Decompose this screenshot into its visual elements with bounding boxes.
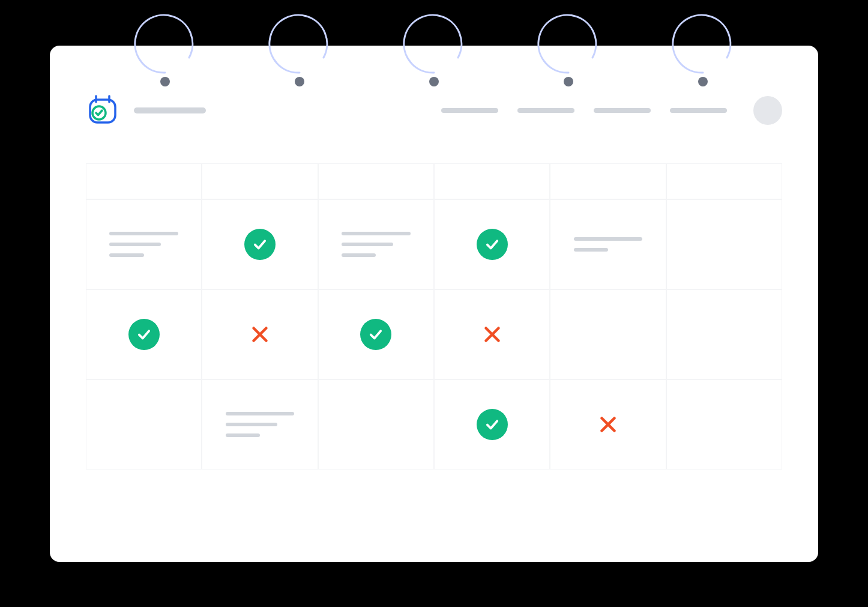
grid-cell[interactable] — [434, 199, 550, 289]
nav-item-3[interactable] — [594, 108, 651, 113]
text-line-placeholder — [226, 433, 260, 437]
check-circle-icon — [360, 319, 391, 350]
nav-item-2[interactable] — [517, 108, 574, 113]
grid-cell[interactable] — [318, 379, 434, 470]
grid-cell[interactable] — [666, 289, 782, 379]
x-mark-icon — [597, 414, 619, 435]
grid-header-row — [86, 163, 782, 199]
text-line-placeholder — [226, 412, 295, 415]
grid-cell[interactable] — [202, 289, 318, 379]
grid-cell[interactable] — [202, 379, 318, 470]
grid-cell[interactable] — [666, 199, 782, 289]
grid-cell[interactable] — [550, 289, 666, 379]
text-placeholder — [574, 237, 643, 252]
brand-text-placeholder — [134, 107, 206, 113]
grid-cell[interactable] — [318, 163, 434, 199]
grid-cell[interactable] — [202, 163, 318, 199]
text-line-placeholder — [342, 232, 411, 235]
spiral-ring-icon — [667, 4, 739, 76]
text-line-placeholder — [109, 253, 143, 257]
grid-cell[interactable] — [86, 199, 202, 289]
grid-cell[interactable] — [550, 199, 666, 289]
grid-cell[interactable] — [666, 379, 782, 470]
grid-cell[interactable] — [434, 289, 550, 379]
grid-cell[interactable] — [202, 199, 318, 289]
grid-cell[interactable] — [318, 289, 434, 379]
spiral-ring-icon — [264, 4, 336, 76]
text-placeholder — [109, 232, 178, 257]
text-placeholder — [226, 412, 295, 437]
text-line-placeholder — [574, 237, 643, 241]
calendar-card-wrapper — [50, 46, 818, 562]
grid-cell[interactable] — [86, 163, 202, 199]
grid-cell[interactable] — [434, 163, 550, 199]
text-line-placeholder — [109, 243, 161, 246]
nav-item-1[interactable] — [441, 108, 498, 113]
grid-cell[interactable] — [550, 163, 666, 199]
spiral-ring-icon — [398, 4, 470, 76]
calendar-check-logo-icon — [86, 94, 119, 127]
check-circle-icon — [477, 229, 508, 260]
grid-cell[interactable] — [86, 379, 202, 470]
grid-data-row — [86, 199, 782, 289]
spiral-ring-icon — [532, 4, 604, 76]
check-circle-icon — [128, 319, 160, 350]
x-mark-icon — [249, 324, 271, 345]
app-header — [86, 94, 782, 127]
text-line-placeholder — [109, 232, 178, 235]
user-avatar[interactable] — [753, 96, 782, 125]
check-circle-icon — [477, 409, 508, 440]
grid-data-row — [86, 379, 782, 470]
text-line-placeholder — [226, 423, 277, 426]
grid-cell[interactable] — [86, 289, 202, 379]
grid-cell[interactable] — [318, 199, 434, 289]
text-line-placeholder — [342, 243, 393, 246]
calendar-grid — [86, 163, 782, 470]
grid-cell[interactable] — [666, 163, 782, 199]
grid-cell[interactable] — [550, 379, 666, 470]
check-circle-icon — [244, 229, 276, 260]
spiral-ring-icon — [129, 4, 201, 76]
text-line-placeholder — [574, 248, 608, 252]
text-placeholder — [342, 232, 411, 257]
grid-cell[interactable] — [434, 379, 550, 470]
text-line-placeholder — [342, 253, 376, 257]
x-mark-icon — [481, 324, 503, 345]
header-nav — [441, 108, 727, 113]
grid-data-row — [86, 289, 782, 379]
spiral-binding — [50, 4, 818, 76]
nav-item-4[interactable] — [670, 108, 727, 113]
calendar-card — [50, 46, 818, 562]
